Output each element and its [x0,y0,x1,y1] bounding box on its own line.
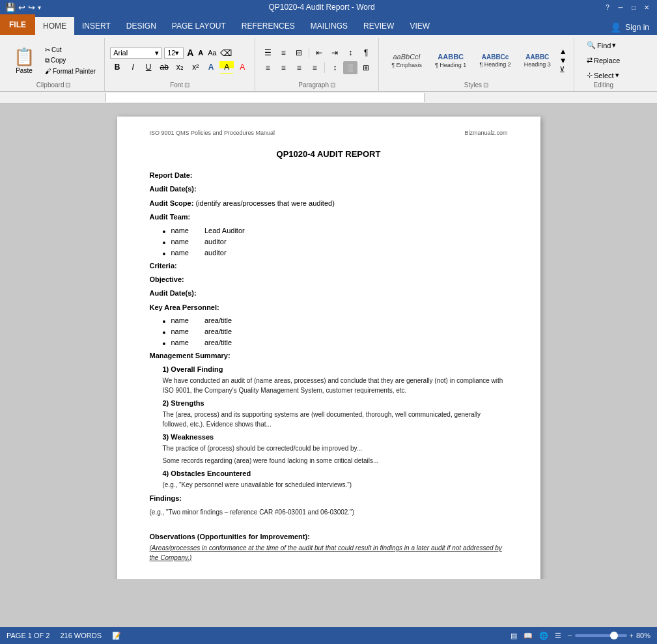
audit-team-row: Audit Team: [150,212,508,222]
key-area-list: • name area/title • name area/title • na… [163,316,508,348]
paste-label: Paste [16,67,33,74]
style-heading3[interactable]: AABBCHeading 3 [518,51,557,70]
audit-team-label: Audit Team: [150,213,191,221]
shading-button[interactable]: ░ [343,61,357,74]
clear-formatting-button[interactable]: ⌫ [220,48,232,58]
text-effects-button[interactable]: A [204,61,218,74]
align-right-button[interactable]: ≡ [292,61,306,74]
numbered-list-button[interactable]: ≡ [276,46,290,59]
help-button[interactable]: ? [602,2,613,12]
tab-review[interactable]: REVIEW [356,17,402,35]
undo-icon[interactable]: ↩ [18,3,25,12]
ruler-svg [1,93,656,102]
sort-button[interactable]: ↕ [343,46,357,59]
font-color-button[interactable]: A [235,61,249,74]
audit-dates2-label: Audit Date(s): [150,289,197,297]
justify-button[interactable]: ≡ [307,61,322,74]
findings-label: Findings: [150,494,182,502]
decrease-font-size-button[interactable]: A [197,49,204,57]
bullet-dot-1: • [163,227,166,236]
paragraph-expand-icon[interactable]: ⊡ [330,81,335,89]
paragraph-group: ☰ ≡ ⊟ ⇤ ⇥ ↕ ¶ ≡ ≡ ≡ ≡ ↕ ░ ⊞ Paragraph [255,38,379,91]
tab-view[interactable]: VIEW [402,17,438,35]
tab-mailings[interactable]: MAILINGS [303,17,356,35]
list-buttons-row: ☰ ≡ ⊟ ⇤ ⇥ ↕ ¶ [260,46,373,59]
styles-scroll[interactable]: ▲ ▼ ⊻ [558,47,568,74]
bullet-dot-2: • [163,238,166,247]
align-center-button[interactable]: ≡ [276,61,290,74]
styles-expand-icon[interactable]: ⊡ [483,81,488,89]
svg-rect-1 [105,93,425,102]
change-case-button[interactable]: Aa [206,49,217,57]
tab-insert[interactable]: INSERT [74,17,119,35]
sign-in-button[interactable]: 👤 Sign in [602,20,657,35]
tab-references[interactable]: REFERENCES [234,17,303,35]
minimize-button[interactable]: ─ [615,2,626,12]
bullet-list-button[interactable]: ☰ [260,46,275,59]
tab-file[interactable]: FILE [0,14,35,35]
restore-button[interactable]: □ [628,2,639,12]
member3-role: auditor [204,249,227,259]
replace-button[interactable]: ⇄ Replace [582,54,624,66]
close-button[interactable]: ✕ [641,2,652,12]
align-left-button[interactable]: ≡ [260,61,275,74]
style-heading2[interactable]: AABBCc¶ Heading 2 [473,51,516,70]
observations-body: (Areas/processes in conformance at the t… [150,543,508,563]
objective-row: Objective: [150,275,508,285]
bold-button[interactable]: B [110,61,124,74]
ka-name1: name [171,316,189,326]
tab-home[interactable]: HOME [35,17,74,35]
styles-group: aaBbCcI¶ Emphasis AABBC¶ Heading 1 AABBC… [379,38,574,91]
obstacles-body: (e.g., "Key personnel were unavailable f… [163,480,508,490]
show-marks-button[interactable]: ¶ [359,46,373,59]
strengths-heading: 2) Strengths [163,399,508,407]
strikethrough-button[interactable]: ab [157,61,171,74]
find-button[interactable]: 🔍 Find ▾ [582,39,624,51]
clipboard-expand-icon[interactable]: ⊡ [65,81,70,89]
paste-icon: 📋 [14,47,35,67]
increase-font-size-button[interactable]: A [186,48,195,58]
objective-label: Objective: [150,275,184,283]
overall-finding-body: We have conducted an audit of (name area… [163,376,508,395]
clipboard-secondary: ✂ Cut ⧉ Copy 🖌 Format Painter [42,45,99,76]
subscript-button[interactable]: x₂ [173,61,187,74]
clipboard-group-content: 📋 Paste ✂ Cut ⧉ Copy 🖌 Format Painter [8,39,99,81]
observations-section: Observations (Opportunities for Improvem… [150,533,508,563]
observations-heading: Observations (Opportunities for Improvem… [150,533,508,540]
team-member-1: • name Lead Auditor [163,227,508,236]
document-area: ISO 9001 QMS Policies and Procedures Man… [0,104,657,579]
replace-icon: ⇄ [587,56,593,64]
cut-button[interactable]: ✂ Cut [42,45,99,55]
save-icon[interactable]: 💾 [5,3,16,12]
underline-button[interactable]: U [141,61,156,74]
decrease-indent-button[interactable]: ⇤ [312,46,326,59]
tab-page-layout[interactable]: PAGE LAYOUT [164,17,234,35]
cut-icon: ✂ [45,46,50,53]
style-emphasis[interactable]: aaBbCcI¶ Emphasis [385,51,428,70]
ka-role1: area/title [204,316,232,326]
font-expand-icon[interactable]: ⊡ [184,81,189,89]
header-left: ISO 9001 QMS Policies and Procedures Man… [150,130,275,136]
quick-access-area: 💾 ↩ ↪ ▾ [5,3,41,12]
highlight-color-button[interactable]: A [219,61,234,74]
select-icon: ⊹ [587,71,593,79]
align-buttons-row: ≡ ≡ ≡ ≡ ↕ ░ ⊞ [260,61,373,74]
format-painter-button[interactable]: 🖌 Format Painter [42,66,99,76]
line-spacing-button[interactable]: ↕ [328,61,342,74]
font-size-selector[interactable]: 12 ▾ [164,48,184,59]
select-button[interactable]: ⊹ Select ▾ [582,69,624,81]
style-heading1[interactable]: AABBC¶ Heading 1 [429,51,472,70]
window-title: QP1020-4 Audit Report - Word [41,3,602,12]
redo-icon[interactable]: ↪ [28,3,35,12]
italic-button[interactable]: I [126,61,140,74]
increase-indent-button[interactable]: ⇥ [328,46,342,59]
paste-button[interactable]: 📋 Paste [8,44,40,77]
multilevel-list-button[interactable]: ⊟ [292,46,306,59]
copy-button[interactable]: ⧉ Copy [42,55,99,66]
audit-dates1-row: Audit Date(s): [150,184,508,194]
key-area-member-2: • name area/title [163,328,508,337]
superscript-button[interactable]: x² [188,61,203,74]
tab-design[interactable]: DESIGN [119,17,164,35]
font-name-selector[interactable]: Arial ▾ [110,48,162,59]
borders-button[interactable]: ⊞ [359,61,373,74]
